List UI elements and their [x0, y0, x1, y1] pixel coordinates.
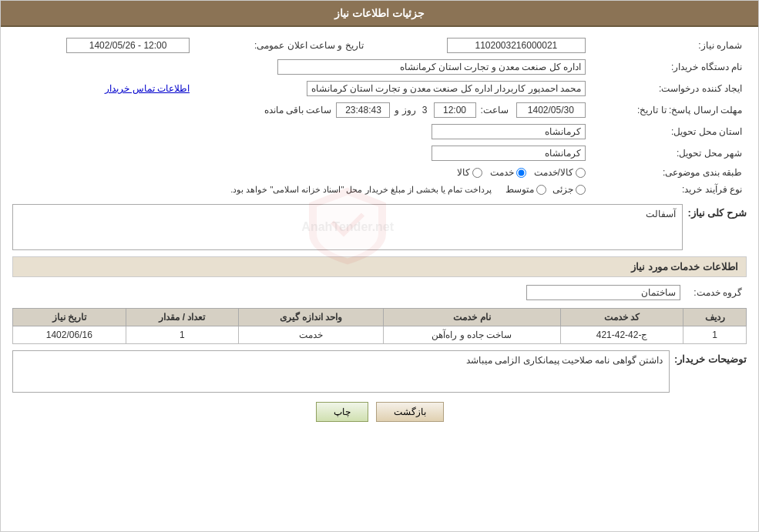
- buyer-description-section: توضیحات خریدار: داشتن گواهی نامه صلاحیت …: [12, 350, 747, 393]
- table-cell-quantity: 1: [126, 326, 238, 344]
- description-label: شرح کلی نیاز:: [687, 204, 747, 219]
- process-label: نوع فرآیند خرید:: [590, 181, 747, 198]
- service-group-value: ساختمان: [12, 282, 685, 303]
- service-group-field: ساختمان: [526, 285, 680, 300]
- category-kala-label: کالا: [457, 167, 470, 178]
- announce-date-field: 1402/05/26 - 12:00: [66, 38, 190, 53]
- description-container: AnahTender.net آسفالت: [12, 204, 683, 250]
- buyer-description-container: داشتن گواهی نامه صلاحیت پیمانکاری الزامی…: [12, 350, 670, 393]
- province-label: استان محل تحویل:: [590, 121, 747, 142]
- table-row: 1ج-42-42-421ساخت جاده و راه‌آهنخدمت11402…: [13, 326, 747, 344]
- announce-date-value: 1402/05/26 - 12:00: [12, 35, 194, 56]
- province-value: کرمانشاه: [12, 121, 590, 142]
- reply-time-label: ساعت:: [481, 105, 509, 115]
- category-khidmat-radio[interactable]: [516, 168, 526, 178]
- reply-deadline-label: مهلت ارسال پاسخ: تا تاریخ:: [590, 99, 747, 121]
- contact-link[interactable]: اطلاعات تماس خریدار: [105, 83, 190, 94]
- reply-time-field: 12:00: [434, 102, 476, 118]
- province-field: کرمانشاه: [432, 124, 586, 139]
- service-group-label: گروه خدمت:: [685, 282, 747, 303]
- reply-date-field: 1402/05/30: [516, 102, 586, 118]
- city-field: کرمانشاه: [432, 146, 586, 161]
- process-note: پرداخت تمام یا بخشی از مبلغ خریدار محل "…: [230, 185, 492, 195]
- col-need-date: تاریخ نیاز: [13, 309, 126, 326]
- services-section-title: اطلاعات خدمات مورد نیاز: [12, 256, 747, 277]
- process-row: جزئی متوسط پرداخت تمام یا بخشی از مبلغ خ…: [12, 181, 590, 198]
- reply-days-field: 3: [422, 105, 428, 115]
- category-kala-radio[interactable]: [472, 168, 482, 178]
- col-service-code: کد خدمت: [560, 309, 683, 326]
- page-title: جزئیات اطلاعات نیاز: [334, 7, 425, 19]
- category-kala-khidmat: کالا/خدمت: [534, 167, 586, 178]
- category-khidmat: خدمت: [490, 167, 526, 178]
- back-button[interactable]: بازگشت: [376, 402, 444, 422]
- need-number-label: شماره نیاز:: [590, 35, 747, 56]
- reply-deadline-row: 1402/05/30 ساعت: 12:00 3 روز و 23:48:43 …: [12, 99, 590, 121]
- description-section: شرح کلی نیاز: AnahTender.net آسفالت: [12, 204, 747, 250]
- creator-label: ایجاد کننده درخواست:: [590, 78, 747, 99]
- buyer-org-field: اداره کل صنعت معدن و تجارت استان کرمانشا…: [277, 59, 586, 75]
- announce-date-label: تاریخ و ساعت اعلان عمومی:: [194, 35, 379, 56]
- page-wrapper: جزئیات اطلاعات نیاز شماره نیاز: 11020032…: [0, 0, 759, 532]
- process-mutavasit-radio[interactable]: [536, 185, 546, 195]
- process-mutavasit-label: متوسط: [505, 184, 534, 195]
- process-mutavasit: متوسط: [505, 184, 546, 195]
- category-kala-khidmat-label: کالا/خدمت: [534, 167, 573, 178]
- table-cell-service_name: ساخت جاده و راه‌آهن: [383, 326, 560, 344]
- col-row-num: ردیف: [683, 309, 747, 326]
- category-label: طبقه بندی موضوعی:: [590, 164, 747, 181]
- city-label: شهر محل تحویل:: [590, 142, 747, 164]
- process-jozyi: جزئی: [552, 184, 586, 195]
- description-value: آسفالت: [13, 205, 682, 247]
- reply-remaining-label: ساعت باقی مانده: [264, 105, 332, 115]
- service-group-table: گروه خدمت: ساختمان: [12, 282, 747, 303]
- table-cell-need_date: 1402/06/16: [13, 326, 126, 344]
- category-options: کالا/خدمت خدمت کالا: [12, 164, 590, 181]
- contact-link-cell: اطلاعات تماس خریدار: [12, 78, 194, 99]
- table-cell-unit: خدمت: [239, 326, 384, 344]
- process-jozyi-label: جزئی: [552, 184, 573, 195]
- info-table: شماره نیاز: 1102003216000021 تاریخ و ساع…: [12, 35, 747, 198]
- category-khidmat-label: خدمت: [490, 167, 514, 178]
- buyer-org-label: نام دستگاه خریدار:: [590, 56, 747, 78]
- category-kala-khidmat-radio[interactable]: [576, 168, 586, 178]
- table-cell-service_code: ج-42-42-421: [560, 326, 683, 344]
- buyer-description-label: توضیحات خریدار:: [674, 350, 747, 365]
- creator-value: محمد احمدپور کاربردار اداره کل صنعت معدن…: [194, 78, 590, 99]
- table-cell-row_num: 1: [683, 326, 747, 344]
- category-kala: کالا: [457, 167, 482, 178]
- need-number-field: 1102003216000021: [447, 38, 586, 53]
- page-header: جزئیات اطلاعات نیاز: [1, 1, 758, 27]
- city-value: کرمانشاه: [12, 142, 590, 164]
- print-button[interactable]: چاپ: [316, 402, 368, 422]
- services-table: ردیف کد خدمت نام خدمت واحد اندازه گیری ت…: [12, 308, 747, 344]
- col-unit: واحد اندازه گیری: [239, 309, 384, 326]
- main-content: شماره نیاز: 1102003216000021 تاریخ و ساع…: [1, 27, 758, 436]
- button-row: چاپ بازگشت: [12, 402, 747, 422]
- creator-field: محمد احمدپور کاربردار اداره کل صنعت معدن…: [307, 81, 586, 96]
- need-number-value: 1102003216000021: [379, 35, 590, 56]
- buyer-org-value: اداره کل صنعت معدن و تجارت استان کرمانشا…: [12, 56, 590, 78]
- col-quantity: تعداد / مقدار: [126, 309, 238, 326]
- reply-remaining-field: 23:48:43: [336, 102, 390, 118]
- process-jozyi-radio[interactable]: [576, 185, 586, 195]
- col-service-name: نام خدمت: [383, 309, 560, 326]
- reply-days-label: روز و: [395, 105, 415, 115]
- buyer-description-value: داشتن گواهی نامه صلاحیت پیمانکاری الزامی…: [13, 351, 669, 390]
